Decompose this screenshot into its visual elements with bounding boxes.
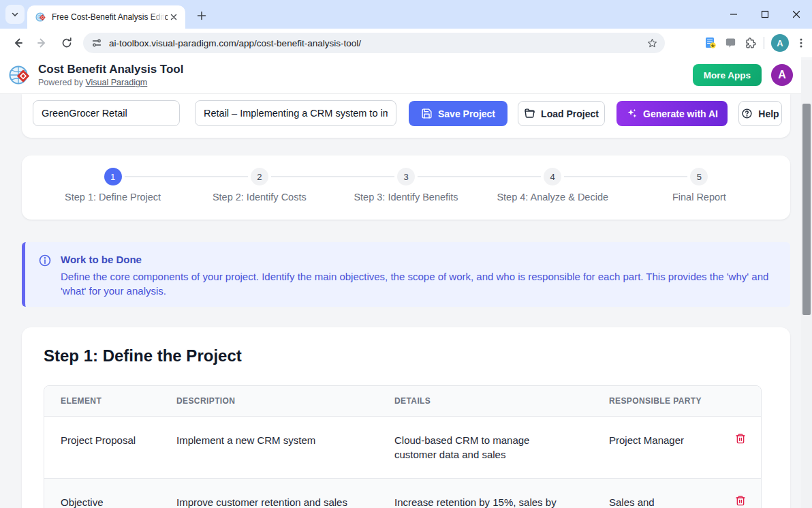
save-icon <box>421 108 433 119</box>
infobox-title: Work to be Done <box>61 254 142 265</box>
step-number: 3 <box>397 168 415 185</box>
side-panel-comment-icon[interactable] <box>724 37 737 50</box>
save-project-button[interactable]: Save Project <box>409 101 507 126</box>
window-controls <box>718 0 812 29</box>
bookmark-star-icon[interactable] <box>646 38 658 49</box>
visual-paradigm-favicon <box>35 12 46 23</box>
step-number: 5 <box>690 168 708 185</box>
page-content: Save Project Load Project Generate with … <box>0 94 801 508</box>
more-apps-button[interactable]: More Apps <box>693 64 762 86</box>
back-button[interactable] <box>7 32 29 54</box>
step-label: Final Report <box>672 192 726 203</box>
step-tab-final-report[interactable]: 5 Final Report <box>626 155 772 220</box>
trash-icon <box>735 495 746 506</box>
app-brand: Cost Benefit Analysis Tool Powered by Vi… <box>8 63 183 87</box>
table-row: Objective Improve customer retention and… <box>44 479 761 508</box>
cell-responsible[interactable]: Project Manager <box>593 417 719 478</box>
chevron-down-icon <box>11 10 19 18</box>
cell-details[interactable]: Increase retention by 15%, sales by <box>378 479 593 508</box>
site-info-icon[interactable] <box>91 38 102 48</box>
step-tab-define-project[interactable]: 1 Step 1: Define Project <box>40 155 186 220</box>
close-button[interactable] <box>781 0 812 29</box>
app-user-avatar[interactable]: A <box>771 64 793 86</box>
column-header-element: ELEMENT <box>44 386 160 416</box>
minimize-button[interactable] <box>718 0 749 29</box>
toolbar-separator <box>764 37 764 49</box>
step-tab-analyze-decide[interactable]: 4 Step 4: Analyze & Decide <box>480 155 626 220</box>
browser-tab-strip: Free Cost-Benefit Analysis Edito <box>0 0 812 29</box>
step-progress-card: 1 Step 1: Define Project 2 Step 2: Ident… <box>22 155 790 220</box>
reading-mode-extension-icon[interactable] <box>704 36 717 50</box>
trash-icon <box>735 433 746 444</box>
infobox-body: Define the core components of your proje… <box>61 269 777 298</box>
browser-tab[interactable]: Free Cost-Benefit Analysis Edito <box>27 5 185 29</box>
chrome-menu-icon[interactable] <box>796 38 807 48</box>
step-label: Step 2: Identify Costs <box>213 192 307 203</box>
step-tab-identify-costs[interactable]: 2 Step 2: Identify Costs <box>186 155 332 220</box>
sparkles-icon <box>626 108 638 119</box>
app-title: Cost Benefit Analysis Tool <box>38 63 183 76</box>
tab-close-icon[interactable] <box>168 11 180 23</box>
column-header-responsible-party: RESPONSIBLE PARTY <box>593 386 719 416</box>
page-scrollbar[interactable] <box>801 60 812 508</box>
cell-element[interactable]: Project Proposal <box>44 417 160 478</box>
cell-responsible[interactable]: Sales and <box>593 479 719 508</box>
project-description-input[interactable] <box>195 100 396 126</box>
column-header-actions <box>719 386 762 416</box>
project-name-input[interactable] <box>33 100 180 126</box>
column-header-details: DETAILS <box>378 386 593 416</box>
browser-window: Free Cost-Benefit Analysis Edito <box>0 0 812 508</box>
extensions-puzzle-icon[interactable] <box>744 37 757 50</box>
cell-description[interactable]: Improve customer retention and sales <box>160 479 378 508</box>
url-text[interactable]: ai-toolbox.visual-paradigm.com/app/cost-… <box>109 38 646 48</box>
step-label: Step 1: Define Project <box>65 192 161 203</box>
generate-with-ai-button[interactable]: Generate with AI <box>616 101 728 126</box>
section-heading: Step 1: Define the Project <box>44 346 242 365</box>
step-tab-identify-benefits[interactable]: 3 Step 3: Identify Benefits <box>332 155 479 220</box>
help-button[interactable]: Help <box>738 101 782 126</box>
work-to-be-done-infobox: Work to be Done Define the core componen… <box>22 242 790 307</box>
scrollbar-thumb[interactable] <box>802 104 811 315</box>
browser-profile-avatar[interactable]: A <box>771 34 789 52</box>
cell-element[interactable]: Objective <box>44 479 160 508</box>
delete-row-button[interactable] <box>735 433 746 444</box>
load-project-button[interactable]: Load Project <box>518 101 605 126</box>
powered-by: Powered by Visual Paradigm <box>38 78 183 87</box>
project-toolbar-card: Save Project Load Project Generate with … <box>22 94 790 138</box>
visual-paradigm-link[interactable]: Visual Paradigm <box>85 78 147 87</box>
step-label: Step 3: Identify Benefits <box>354 192 458 203</box>
tab-search-button[interactable] <box>5 5 25 24</box>
folder-icon <box>524 108 535 119</box>
column-header-description: DESCRIPTION <box>160 386 378 416</box>
app-header: Cost Benefit Analysis Tool Powered by Vi… <box>0 57 801 94</box>
step1-section-card: Step 1: Define the Project ELEMENT DESCR… <box>22 327 790 508</box>
question-icon <box>741 108 753 119</box>
visual-paradigm-logo <box>8 63 31 87</box>
cell-description[interactable]: Implement a new CRM system <box>160 417 378 478</box>
step-number: 1 <box>104 168 122 185</box>
forward-button <box>31 32 53 54</box>
maximize-button[interactable] <box>749 0 781 29</box>
cell-details[interactable]: Cloud-based CRM to manage customer data … <box>378 417 593 478</box>
table-header-row: ELEMENT DESCRIPTION DETAILS RESPONSIBLE … <box>44 386 761 417</box>
reload-button[interactable] <box>56 32 78 54</box>
step-number: 4 <box>544 168 561 185</box>
table-row: Project Proposal Implement a new CRM sys… <box>44 417 761 479</box>
info-icon <box>38 254 52 267</box>
step-number: 2 <box>251 168 268 185</box>
project-definition-table: ELEMENT DESCRIPTION DETAILS RESPONSIBLE … <box>44 385 762 508</box>
step-label: Step 4: Analyze & Decide <box>497 192 608 203</box>
new-tab-button[interactable] <box>192 6 211 25</box>
delete-row-button[interactable] <box>735 495 746 506</box>
browser-nav-toolbar: ai-toolbox.visual-paradigm.com/app/cost-… <box>0 29 812 57</box>
address-bar[interactable]: ai-toolbox.visual-paradigm.com/app/cost-… <box>83 33 665 53</box>
